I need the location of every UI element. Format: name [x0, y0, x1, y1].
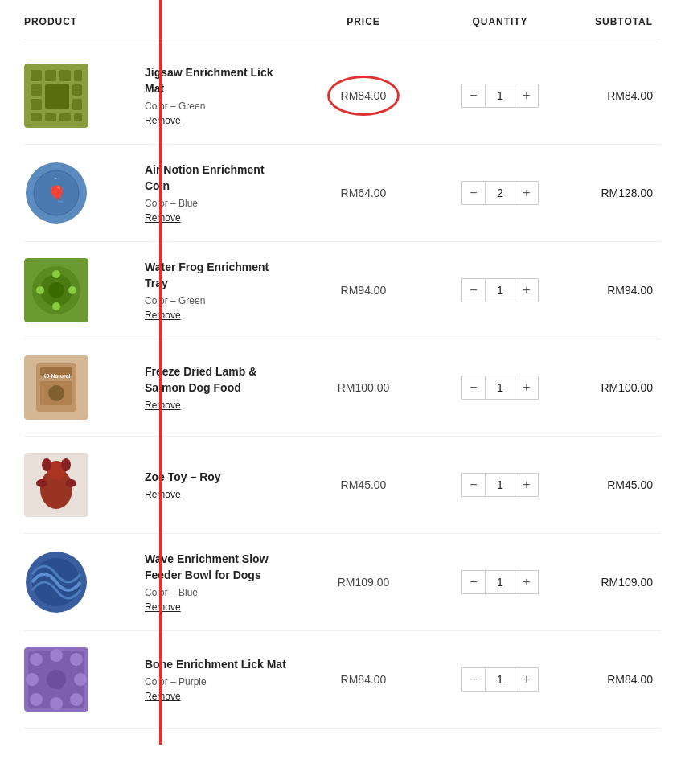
product-color: Color – Green	[145, 101, 291, 112]
svg-point-46	[26, 673, 39, 686]
quantity-decrease-button[interactable]: −	[461, 181, 486, 205]
col-subtotal: RM128.00	[564, 187, 661, 199]
svg-rect-10	[31, 113, 42, 121]
col-price: RM84.00	[291, 673, 436, 686]
svg-rect-12	[59, 113, 71, 121]
col-price: RM45.00	[291, 478, 436, 491]
price-value: RM45.00	[341, 478, 387, 491]
col-quantity: − +	[436, 667, 564, 692]
quantity-decrease-button[interactable]: −	[461, 376, 486, 400]
quantity-decrease-button[interactable]: −	[461, 84, 486, 108]
product-name: Jigsaw Enrichment Lick Mat	[145, 65, 291, 96]
product-name: Air Notion Enrichment Coin	[145, 162, 291, 194]
quantity-decrease-button[interactable]: −	[461, 570, 486, 594]
svg-text:K9 Natural: K9 Natural	[42, 373, 70, 379]
quantity-increase-button[interactable]: +	[515, 278, 539, 302]
quantity-input[interactable]	[486, 570, 515, 594]
svg-point-21	[48, 282, 64, 298]
product-image	[24, 453, 88, 517]
svg-rect-5	[31, 84, 42, 96]
remove-link[interactable]: Remove	[145, 212, 291, 224]
cart-rows: Jigsaw Enrichment Lick Mat Color – Green…	[24, 47, 661, 729]
col-header-subtotal: SUBTOTAL	[564, 16, 661, 27]
price-value: RM84.00	[341, 673, 387, 686]
remove-link[interactable]: Remove	[145, 400, 291, 411]
quantity-increase-button[interactable]: +	[515, 84, 539, 108]
product-name: Freeze Dried Lamb & Salmon Dog Food	[145, 364, 291, 396]
svg-point-49	[30, 693, 43, 706]
svg-point-50	[50, 697, 63, 710]
col-price: RM64.00	[291, 187, 436, 199]
svg-point-23	[68, 286, 76, 294]
price-value: RM64.00	[341, 187, 387, 199]
quantity-increase-button[interactable]: +	[515, 181, 539, 205]
product-name: Water Frog Enrichment Tray	[145, 260, 291, 291]
col-quantity: − +	[436, 473, 564, 497]
svg-point-48	[74, 673, 87, 686]
product-info: Wave Enrichment Slow Feeder Bowl for Dog…	[137, 552, 291, 612]
svg-text:~: ~	[54, 174, 59, 183]
quantity-increase-button[interactable]: +	[515, 570, 539, 594]
svg-rect-7	[72, 84, 82, 96]
svg-rect-2	[45, 70, 56, 81]
col-subtotal: RM84.00	[564, 673, 661, 686]
remove-link[interactable]: Remove	[145, 601, 291, 613]
quantity-decrease-button[interactable]: −	[461, 473, 486, 497]
quantity-increase-button[interactable]: +	[515, 473, 539, 497]
quantity-input[interactable]	[486, 667, 515, 692]
product-image	[24, 647, 88, 712]
col-subtotal: RM109.00	[564, 576, 661, 589]
price-value: RM109.00	[338, 576, 390, 589]
quantity-input[interactable]	[486, 376, 515, 400]
quantity-decrease-button[interactable]: −	[461, 278, 486, 302]
col-price: RM84.00	[291, 89, 436, 102]
col-price: RM100.00	[291, 381, 436, 394]
product-info: Freeze Dried Lamb & Salmon Dog Food Remo…	[137, 364, 291, 410]
col-quantity: − +	[436, 570, 564, 594]
col-header-spacer	[137, 16, 291, 27]
svg-point-22	[52, 270, 60, 278]
svg-rect-13	[74, 113, 82, 121]
svg-rect-3	[59, 70, 71, 81]
remove-link[interactable]: Remove	[145, 115, 291, 126]
col-quantity: − +	[436, 376, 564, 400]
product-color: Color – Purple	[145, 676, 291, 688]
svg-point-43	[30, 653, 43, 666]
col-header-quantity: QUANTITY	[436, 16, 564, 27]
svg-point-38	[65, 479, 76, 487]
product-name: Wave Enrichment Slow Feeder Bowl for Dog…	[145, 552, 291, 583]
quantity-input[interactable]	[486, 84, 515, 108]
svg-point-37	[36, 479, 47, 487]
col-price: RM94.00	[291, 284, 436, 297]
svg-rect-9	[72, 99, 82, 110]
svg-text:🎈: 🎈	[47, 184, 67, 203]
svg-point-44	[50, 649, 63, 662]
col-subtotal: RM45.00	[564, 478, 661, 491]
svg-rect-1	[31, 70, 42, 81]
price-value: RM100.00	[338, 381, 390, 394]
quantity-input[interactable]	[486, 181, 515, 205]
product-info: Bone Enrichment Lick Mat Color – Purple …	[137, 657, 291, 702]
svg-point-36	[61, 458, 71, 471]
table-row: Zoe Toy – Roy Remove RM45.00 − + RM45.00	[24, 437, 661, 534]
remove-link[interactable]: Remove	[145, 489, 291, 500]
remove-link[interactable]: Remove	[145, 691, 291, 702]
table-row: Water Frog Enrichment Tray Color – Green…	[24, 242, 661, 339]
price-highlighted: RM84.00	[341, 89, 387, 102]
svg-point-35	[42, 458, 51, 471]
table-row: K9 Natural Freeze Dried Lamb & Salmon Do…	[24, 339, 661, 437]
svg-rect-11	[45, 113, 56, 121]
svg-point-47	[47, 670, 66, 689]
remove-link[interactable]: Remove	[145, 310, 291, 321]
table-header: PRODUCT PRICE QUANTITY SUBTOTAL	[24, 16, 661, 39]
table-row: Bone Enrichment Lick Mat Color – Purple …	[24, 631, 661, 729]
product-name: Zoe Toy – Roy	[145, 470, 291, 486]
quantity-input[interactable]	[486, 473, 515, 497]
svg-point-31	[48, 385, 64, 401]
quantity-decrease-button[interactable]: −	[461, 667, 486, 692]
quantity-increase-button[interactable]: +	[515, 667, 539, 692]
svg-rect-4	[74, 70, 82, 81]
quantity-input[interactable]	[486, 278, 515, 302]
quantity-increase-button[interactable]: +	[515, 376, 539, 400]
product-info: Zoe Toy – Roy Remove	[137, 470, 291, 500]
